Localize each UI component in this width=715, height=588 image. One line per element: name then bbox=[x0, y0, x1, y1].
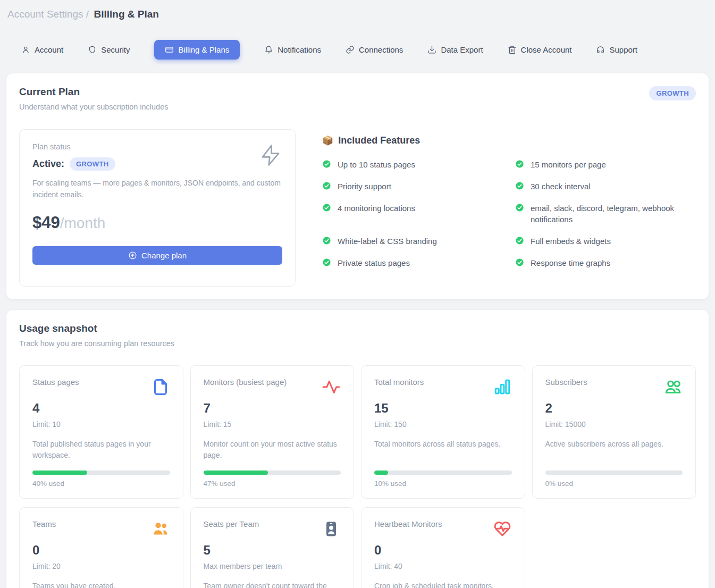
trash-icon bbox=[508, 45, 517, 54]
tab-label: Data Export bbox=[441, 45, 483, 54]
usage-card-description: Teams you have created. bbox=[32, 581, 170, 588]
users-filled-icon bbox=[151, 519, 170, 541]
tab-security[interactable]: Security bbox=[88, 45, 130, 54]
feature-label: Private status pages bbox=[338, 257, 410, 269]
percent-used-label: 47% used bbox=[204, 480, 341, 488]
usage-card-label: Status pages bbox=[32, 377, 79, 387]
check-circle-icon bbox=[322, 159, 331, 169]
breadcrumb-section[interactable]: Account Settings / bbox=[7, 9, 89, 20]
arrow-up-circle-icon bbox=[128, 251, 137, 260]
download-icon bbox=[427, 45, 436, 54]
usage-card-heartbeat-monitors: Heartbeat Monitors 0 Limit: 40 Cron job … bbox=[361, 507, 525, 588]
usage-card-label: Heartbeat Monitors bbox=[374, 519, 442, 528]
usage-card-description: Monitor count on your most active status… bbox=[204, 439, 341, 461]
change-plan-label: Change plan bbox=[141, 251, 187, 260]
tab-label: Close Account bbox=[521, 45, 572, 54]
progress-track bbox=[545, 471, 683, 475]
usage-card-description: Active subscribers across all pages. bbox=[545, 439, 683, 450]
usage-card-label: Monitors (busiest page) bbox=[204, 377, 287, 387]
plan-status-label: Plan status bbox=[32, 142, 282, 151]
feature-label: 15 monitors per page bbox=[531, 159, 606, 171]
progress-track bbox=[204, 471, 341, 475]
plan-price-period: /month bbox=[60, 215, 106, 231]
usage-card-description: Total monitors across all status pages. bbox=[374, 439, 512, 450]
feature-label: 4 monitoring locations bbox=[338, 203, 415, 226]
usage-card-teams: Teams 0 Limit: 20 Teams you have created… bbox=[19, 507, 183, 588]
settings-tab-bar: Account Security Billing & Plans Notific… bbox=[21, 40, 709, 60]
feature-label: email, slack, discord, telegram, webhook… bbox=[531, 203, 694, 226]
tab-connections[interactable]: Connections bbox=[346, 45, 403, 54]
tab-support[interactable]: Support bbox=[596, 45, 637, 54]
tab-billing-plans[interactable]: Billing & Plans bbox=[154, 40, 240, 60]
tab-label: Support bbox=[609, 45, 637, 54]
included-features: 📦 Included Features Up to 10 status page… bbox=[322, 129, 696, 287]
lightning-icon bbox=[260, 144, 281, 169]
activity-icon bbox=[322, 377, 341, 399]
usage-progress: 47% used bbox=[204, 461, 341, 488]
usage-progress: 0% used bbox=[545, 461, 683, 488]
usage-card-value: 15 bbox=[374, 401, 512, 416]
tab-label: Notifications bbox=[277, 45, 321, 54]
features-grid: Up to 10 status pages Priority support 4… bbox=[322, 159, 694, 269]
check-circle-icon bbox=[322, 258, 331, 267]
package-icon: 📦 bbox=[322, 135, 333, 146]
percent-used-label: 10% used bbox=[374, 480, 512, 488]
usage-card-label: Teams bbox=[32, 519, 56, 528]
usage-card-value: 0 bbox=[374, 543, 512, 558]
tab-close-account[interactable]: Close Account bbox=[508, 45, 572, 54]
check-circle-icon bbox=[515, 258, 524, 267]
empty-grid-cell bbox=[532, 507, 696, 588]
progress-fill bbox=[32, 471, 87, 475]
current-plan-section: Current Plan Understand what your subscr… bbox=[6, 73, 709, 299]
plan-status-badge: GROWTH bbox=[70, 157, 115, 171]
usage-card-total-monitors: Total monitors 15 Limit: 150 Total monit… bbox=[361, 365, 525, 499]
check-circle-icon bbox=[515, 236, 524, 245]
users-outline-icon bbox=[663, 377, 683, 399]
included-features-heading: Included Features bbox=[338, 135, 420, 146]
usage-card-limit: Limit: 15 bbox=[204, 420, 341, 429]
credit-card-icon bbox=[165, 45, 174, 54]
usage-card-label: Seats per Team bbox=[204, 519, 259, 528]
progress-fill bbox=[204, 471, 268, 475]
usage-progress: 40% used bbox=[32, 461, 170, 488]
current-plan-subtitle: Understand what your subscription includ… bbox=[19, 103, 168, 111]
check-circle-icon bbox=[515, 203, 524, 212]
usage-card-value: 5 bbox=[204, 543, 341, 558]
feature-label: 30 check interval bbox=[531, 181, 591, 192]
feature-item: Private status pages bbox=[322, 257, 501, 269]
usage-card-label: Subscribers bbox=[545, 377, 587, 387]
billing-page: Account Settings / Billing & Plan Accoun… bbox=[0, 0, 715, 588]
person-icon bbox=[21, 45, 30, 54]
usage-card-value: 4 bbox=[32, 401, 170, 416]
tab-data-export[interactable]: Data Export bbox=[427, 45, 483, 54]
check-circle-icon bbox=[515, 181, 524, 190]
feature-item: Up to 10 status pages bbox=[322, 159, 501, 171]
tab-account[interactable]: Account bbox=[21, 45, 63, 54]
usage-card-label: Total monitors bbox=[374, 377, 424, 387]
feature-item: White-label & CSS branding bbox=[322, 236, 501, 247]
usage-card-limit: Limit: 20 bbox=[32, 562, 170, 570]
feature-item: Priority support bbox=[322, 181, 501, 192]
change-plan-button[interactable]: Change plan bbox=[32, 246, 282, 265]
check-circle-icon bbox=[322, 181, 331, 190]
feature-item: Full embeds & widgets bbox=[515, 236, 694, 247]
progress-track bbox=[374, 471, 512, 475]
feature-item: email, slack, discord, telegram, webhook… bbox=[515, 203, 694, 226]
usage-card-seats-per-team: Seats per Team 5 Max members per team Te… bbox=[190, 507, 355, 588]
breadcrumb: Account Settings / Billing & Plan bbox=[6, 0, 709, 20]
page-title: Billing & Plan bbox=[94, 9, 158, 20]
feature-item: Response time graphs bbox=[515, 257, 694, 269]
usage-progress: 10% used bbox=[374, 461, 512, 488]
usage-subtitle: Track how you are consuming plan resourc… bbox=[19, 339, 696, 348]
usage-snapshot-section: Usage snapshot Track how you are consumi… bbox=[6, 310, 709, 588]
current-plan-title: Current Plan bbox=[19, 86, 168, 98]
feature-label: Up to 10 status pages bbox=[338, 159, 415, 171]
tab-label: Security bbox=[101, 45, 130, 54]
feature-item: 4 monitoring locations bbox=[322, 203, 501, 226]
usage-card-limit: Limit: 10 bbox=[32, 420, 170, 429]
bar-chart-icon bbox=[493, 377, 512, 399]
feature-item: 15 monitors per page bbox=[515, 159, 694, 171]
tab-notifications[interactable]: Notifications bbox=[264, 45, 321, 54]
feature-label: Response time graphs bbox=[531, 257, 610, 269]
usage-card-subscribers: Subscribers 2 Limit: 15000 Active subscr… bbox=[532, 365, 696, 499]
